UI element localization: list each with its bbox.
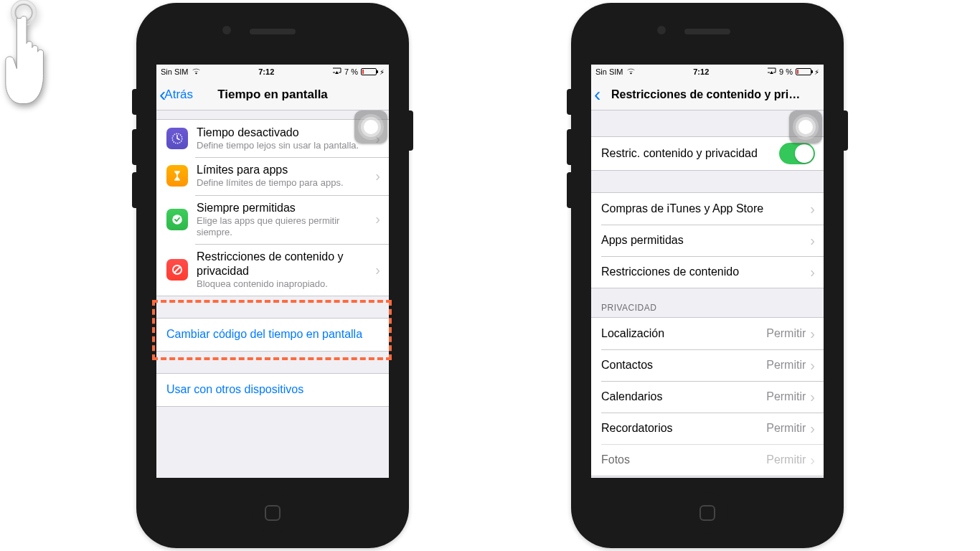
chevron-right-icon: › [375,211,380,227]
restrictions-toggle-row[interactable]: Restric. contenido y privacidad [591,137,824,170]
row-title: Recordatorios [601,421,760,435]
iphone-mock-right: Sin SIM 7:12 9 % ⚡︎ ‹ Restricciones de c… [571,3,844,548]
row-value: Permitir [766,422,806,435]
row-title: Fotos [601,453,760,467]
row-title: Tiempo desactivado [197,126,371,140]
battery-icon [361,68,377,75]
clock-label: 7:12 [693,67,709,76]
settings-list[interactable]: Tiempo desactivado Define tiempo lejos s… [156,110,389,478]
contacts-row[interactable]: Contactos Permitir › [591,349,824,381]
charging-icon: ⚡︎ [814,68,819,76]
row-value: Permitir [766,390,806,403]
row-title: Límites para apps [197,163,371,177]
allowed-apps-row[interactable]: Apps permitidas › [591,225,824,256]
privacy-section-header: PRIVACIDAD [591,288,824,317]
screen-time-settings-screen: Sin SIM 7:12 7 % ⚡︎ ‹ Atrás Tiempo en [156,65,389,478]
wifi-icon [192,67,201,76]
row-subtitle: Define tiempo lejos sin usar la pantalla… [197,140,371,151]
chevron-right-icon: › [810,232,815,249]
row-value: Permitir [766,327,806,340]
checkmark-icon [166,209,188,230]
assistive-touch-button[interactable] [354,110,387,143]
airplay-icon [767,67,776,76]
restrictions-toggle[interactable] [779,143,815,164]
photos-row[interactable]: Fotos Permitir › [591,444,824,476]
app-limits-row[interactable]: Límites para apps Define límites de tiem… [156,157,389,194]
content-restrictions-row[interactable]: Restricciones de contenido y privacidad … [156,244,389,296]
assistive-touch-button[interactable] [789,110,822,143]
chevron-right-icon: › [375,262,380,278]
restrictions-list[interactable]: Restric. contenido y privacidad Compras … [591,110,824,478]
content-restrictions-detail-row[interactable]: Restricciones de contenido › [591,256,824,288]
use-other-devices-link[interactable]: Usar con otros dispositivos [156,374,389,406]
battery-icon [796,68,811,75]
row-subtitle: Elige las apps que quieres permitir siem… [197,215,371,239]
row-title: Calendarios [601,390,760,404]
row-title: Compras de iTunes y App Store [601,202,806,216]
row-value: Permitir [766,359,806,372]
row-value: Permitir [766,453,806,466]
status-bar: Sin SIM 7:12 9 % ⚡︎ [591,65,824,79]
tap-hand-cursor-icon [0,0,56,125]
row-title: Siempre permitidas [197,201,371,215]
chevron-right-icon: › [810,389,815,405]
row-title: Restricciones de contenido [601,265,806,279]
carrier-label: Sin SIM [595,67,623,76]
hourglass-icon [166,165,188,187]
chevron-right-icon: › [810,420,815,437]
chevron-right-icon: › [810,357,815,374]
row-subtitle: Bloquea contenido inapropiado. [197,278,371,290]
row-title: Restricciones de contenido y privacidad [197,250,371,278]
airplay-icon [332,67,341,76]
chevron-right-icon: › [810,326,815,342]
navigation-bar: ‹ Atrás Tiempo en pantalla [156,79,389,110]
row-title: Contactos [601,358,760,372]
content-restrictions-screen: Sin SIM 7:12 9 % ⚡︎ ‹ Restricciones de c… [591,65,824,478]
navigation-bar: ‹ Restricciones de contenido y pri… [591,79,824,110]
status-bar: Sin SIM 7:12 7 % ⚡︎ [156,65,389,79]
svg-point-5 [11,0,37,25]
battery-pct-label: 9 % [779,67,793,76]
reminders-row[interactable]: Recordatorios Permitir › [591,413,824,444]
home-button[interactable] [687,492,728,534]
carrier-label: Sin SIM [161,67,189,76]
location-row[interactable]: Localización Permitir › [591,318,824,349]
chevron-right-icon: › [810,201,815,217]
row-title: Apps permitidas [601,233,806,248]
chevron-right-icon: › [810,264,815,281]
row-subtitle: Define límites de tiempo para apps. [197,177,371,189]
back-label: Atrás [164,88,193,102]
clock-label: 7:12 [258,67,274,76]
calendars-row[interactable]: Calendarios Permitir › [591,381,824,413]
svg-line-3 [174,267,180,273]
change-passcode-link[interactable]: Cambiar código del tiempo en pantalla [156,319,389,351]
back-button[interactable]: ‹ Atrás [159,88,193,102]
svg-point-4 [15,4,32,21]
chevron-right-icon: › [810,452,815,468]
battery-pct-label: 7 % [344,67,358,76]
downtime-icon [166,128,188,149]
charging-icon: ⚡︎ [380,68,385,76]
nav-title: Tiempo en pantalla [162,88,383,102]
nosign-icon [166,259,188,281]
chevron-right-icon: › [375,168,380,184]
home-button[interactable] [252,492,293,534]
iphone-mock-left: Sin SIM 7:12 7 % ⚡︎ ‹ Atrás Tiempo en [136,3,409,548]
nav-title: Restricciones de contenido y pri… [597,88,818,101]
row-title: Localización [601,326,760,341]
always-allowed-row[interactable]: Siempre permitidas Elige las apps que qu… [156,195,389,245]
itunes-purchases-row[interactable]: Compras de iTunes y App Store › [591,193,824,225]
row-title: Restric. contenido y privacidad [601,146,779,161]
wifi-icon [626,67,636,76]
